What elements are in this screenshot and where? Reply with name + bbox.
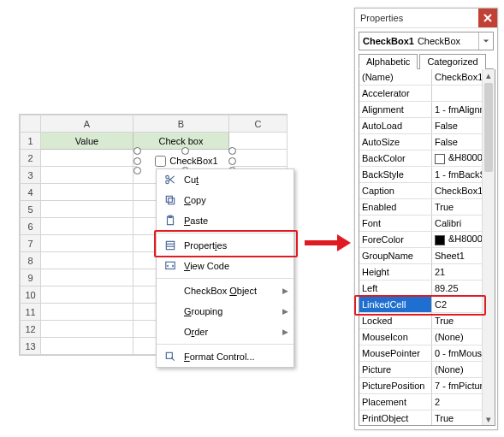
row-header[interactable]: 6 — [21, 218, 41, 235]
menu-label: Paste — [179, 216, 288, 226]
property-row[interactable]: GroupNameSheet1 — [359, 248, 495, 264]
cell[interactable] — [41, 321, 133, 338]
close-button[interactable] — [478, 9, 497, 27]
properties-title: Properties — [360, 13, 478, 23]
menu-copy[interactable]: Copy — [157, 190, 294, 210]
object-selector[interactable]: CheckBox1 CheckBox — [359, 32, 494, 50]
cell[interactable] — [41, 338, 133, 355]
property-name: Alignment — [359, 102, 432, 118]
row-header[interactable]: 1 — [21, 133, 41, 150]
menu-grouping[interactable]: Grouping ▶ — [157, 301, 294, 322]
property-name: AutoSize — [359, 134, 432, 151]
resize-handle[interactable] — [228, 147, 236, 155]
property-row[interactable]: EnabledTrue — [359, 199, 495, 216]
row-header[interactable]: 5 — [21, 201, 41, 218]
row-header[interactable]: 8 — [21, 252, 41, 269]
object-type: CheckBox — [418, 36, 460, 46]
resize-handle[interactable] — [133, 157, 141, 165]
resize-handle[interactable] — [133, 147, 141, 155]
row-header[interactable]: 9 — [21, 269, 41, 286]
resize-handle[interactable] — [228, 157, 236, 165]
row-header[interactable]: 7 — [21, 235, 41, 252]
row-header[interactable]: 13 — [21, 338, 41, 355]
svg-rect-2 — [169, 198, 175, 204]
row-header[interactable]: 12 — [21, 321, 41, 338]
menu-order[interactable]: Order ▶ — [157, 322, 294, 342]
menu-separator — [157, 344, 294, 345]
property-row[interactable]: MouseIcon(None) — [359, 329, 495, 345]
property-row[interactable]: AutoLoadFalse — [359, 118, 495, 134]
cell[interactable] — [229, 150, 288, 167]
property-row[interactable]: ForeColor&H80000 — [359, 232, 495, 248]
checkbox-input[interactable] — [155, 156, 166, 167]
property-row[interactable]: Height21 — [359, 264, 495, 281]
property-row[interactable]: PicturePosition7 - fmPicture — [359, 378, 495, 394]
menu-format-control[interactable]: Format Control... — [157, 346, 294, 367]
properties-list[interactable]: (Name)CheckBox1AcceleratorAlignment1 - f… — [359, 69, 495, 426]
property-row[interactable]: LinkedCellC2 — [359, 297, 495, 313]
cell[interactable] — [41, 286, 133, 304]
property-row[interactable]: Placement2 — [359, 394, 495, 410]
tab-categorized[interactable]: Categorized — [419, 54, 485, 69]
property-row[interactable]: Left89.25 — [359, 281, 495, 297]
cell[interactable] — [41, 304, 133, 321]
cell[interactable] — [41, 167, 133, 184]
cell[interactable] — [41, 184, 133, 201]
properties-titlebar[interactable]: Properties — [355, 9, 497, 28]
col-header-c[interactable]: C — [229, 115, 288, 133]
col-header-a[interactable]: A — [41, 115, 133, 133]
scroll-thumb[interactable] — [484, 83, 493, 172]
scroll-down-button[interactable]: ▾ — [483, 413, 495, 425]
resize-handle[interactable] — [133, 167, 141, 174]
row-header[interactable]: 3 — [21, 167, 41, 184]
property-name: BackStyle — [359, 167, 432, 183]
row-header[interactable]: 2 — [21, 150, 41, 167]
properties-window[interactable]: Properties CheckBox1 CheckBox Alphabetic… — [354, 8, 498, 430]
cell[interactable] — [41, 252, 133, 269]
cell[interactable] — [41, 150, 133, 167]
row-header[interactable]: 11 — [21, 304, 41, 321]
property-row[interactable]: PrintObjectTrue — [359, 410, 495, 427]
property-row[interactable]: BackColor&H80000 — [359, 151, 495, 167]
property-row[interactable]: (Name)CheckBox1 — [359, 69, 495, 86]
property-row[interactable]: Picture(None) — [359, 362, 495, 378]
scroll-up-button[interactable]: ▴ — [483, 69, 495, 81]
property-row[interactable]: BackStyle1 - fmBackSt — [359, 167, 495, 183]
cell[interactable] — [41, 201, 133, 218]
svg-rect-3 — [166, 196, 172, 202]
property-row[interactable]: MousePointer0 - fmMouse — [359, 345, 495, 362]
menu-properties[interactable]: Properties — [157, 235, 294, 256]
property-name: AutoLoad — [359, 118, 432, 134]
menu-view-code[interactable]: View Code — [157, 256, 294, 276]
cell[interactable] — [41, 235, 133, 252]
property-row[interactable]: AutoSizeFalse — [359, 134, 495, 151]
menu-cut[interactable]: Cut — [157, 169, 294, 190]
paste-icon — [162, 215, 179, 227]
resize-handle[interactable] — [181, 147, 189, 155]
cell-b1[interactable]: Check box — [133, 133, 229, 150]
tab-alphabetic[interactable]: Alphabetic — [359, 54, 418, 69]
cell-c1[interactable] — [229, 133, 288, 150]
property-row[interactable]: LockedTrue — [359, 313, 495, 329]
row-header[interactable]: 4 — [21, 184, 41, 201]
property-name: Picture — [359, 362, 432, 378]
menu-label: Properties — [179, 240, 288, 251]
cell[interactable] — [41, 218, 133, 235]
select-all-corner[interactable] — [21, 115, 41, 133]
scrollbar[interactable]: ▴ ▾ — [482, 69, 495, 425]
col-header-b[interactable]: B — [133, 115, 229, 133]
chevron-down-icon[interactable] — [478, 32, 493, 50]
checkbox-caption: CheckBox1 — [169, 156, 217, 166]
property-row[interactable]: Accelerator — [359, 86, 495, 102]
row-header[interactable]: 10 — [21, 286, 41, 304]
property-row[interactable]: FontCalibri — [359, 216, 495, 232]
cell[interactable] — [41, 269, 133, 286]
property-name: (Name) — [359, 69, 432, 86]
cell-a1[interactable]: Value — [41, 133, 133, 150]
chevron-right-icon: ▶ — [282, 286, 288, 295]
property-row[interactable]: CaptionCheckBox1 — [359, 183, 495, 199]
property-row[interactable]: Alignment1 - fmAlignm — [359, 102, 495, 118]
menu-checkbox-object[interactable]: CheckBox Object ▶ — [157, 281, 294, 301]
menu-label: Format Control... — [179, 351, 288, 362]
menu-paste[interactable]: Paste — [157, 210, 294, 231]
